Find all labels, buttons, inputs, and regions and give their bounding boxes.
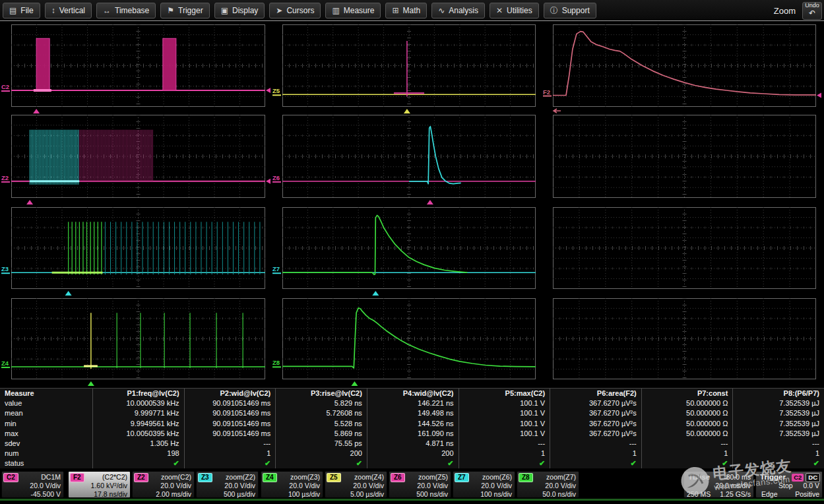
channel-tab-z7[interactable]: Z7 — [455, 473, 469, 482]
panel-z3[interactable]: Z3 — [1, 207, 265, 296]
channel-source: zoom(Z6) — [482, 473, 512, 481]
timebase-icon: ↔ — [103, 7, 111, 15]
panel-z6[interactable]: Z6 — [272, 115, 536, 205]
measure-value-cell: 1.305 Hz — [92, 439, 184, 449]
panel-z5[interactable]: Z5 — [272, 24, 536, 113]
menu-item-support[interactable]: ⓘSupport — [544, 3, 596, 18]
measure-value-cell: 5.829 ns — [275, 398, 367, 408]
measure-column-header[interactable]: P8:(P6/P7) — [732, 389, 824, 398]
zoom-position-marker[interactable] — [351, 381, 358, 386]
zoom-position-marker[interactable] — [427, 200, 433, 205]
trigger-coupling-chip[interactable]: DC — [806, 473, 820, 482]
channel-box-z5[interactable]: Z5zoom(Z4)20.0 V/div5.00 µs/div — [325, 471, 387, 498]
cursors-icon: ➤ — [276, 7, 282, 15]
panel-z7[interactable]: Z7 — [272, 207, 536, 296]
menu-bar: ▤File↕Vertical↔Timebase⚑Trigger▣Display➤… — [0, 0, 824, 21]
menu-item-analysis[interactable]: ∿Analysis — [431, 3, 485, 18]
menu-item-label: Support — [562, 6, 590, 15]
zoom-position-marker[interactable] — [26, 200, 33, 205]
channel-scale: 20.0 V/div — [160, 482, 191, 489]
measure-value-cell: 200 — [275, 449, 367, 458]
trigger-source-chip[interactable]: C2 — [792, 474, 804, 482]
trace-label-z6: Z6 — [272, 174, 280, 181]
measure-value-cell: 10.0050395 kHz — [92, 429, 184, 439]
delay-arrow-icon[interactable] — [554, 109, 561, 113]
panel-z2[interactable]: Z2 — [1, 115, 270, 205]
channel-tab-c2[interactable]: C2 — [3, 473, 18, 482]
channel-source: zoom(C2) — [161, 473, 191, 481]
menu-item-timebase[interactable]: ↔Timebase — [96, 3, 156, 18]
channel-box-f2[interactable]: F2(C2*C2)1.60 kV²/div17.8 ns/div — [68, 471, 131, 498]
channel-tab-z3[interactable]: Z3 — [198, 473, 212, 482]
panel-c2[interactable]: C2 — [1, 24, 270, 113]
channel-tab-f2[interactable]: F2 — [70, 473, 84, 482]
panel-f2[interactable]: F2 — [543, 24, 821, 113]
zoom-position-marker[interactable] — [33, 109, 40, 113]
channel-box-z6[interactable]: Z6zoom(Z5)20.0 V/div500 ns/div — [389, 471, 451, 498]
trigger-level-marker[interactable] — [817, 93, 821, 98]
measure-value-cell: 367.6270 µV²s — [550, 419, 641, 429]
trigger-box[interactable]: TriggerC2 DCStop0.0 VEdgePositive — [755, 471, 823, 498]
panel-z8[interactable]: Z8 — [272, 298, 536, 386]
measure-column-header[interactable]: P5:max(C2) — [459, 389, 550, 398]
measure-value-cell: 1 — [641, 449, 733, 458]
measure-value-cell: 50.000000 Ω — [641, 429, 733, 439]
menu-item-measure[interactable]: ▥Measure — [325, 3, 381, 18]
channel-scale: 20.0 V/div — [30, 482, 61, 489]
trigger-level-marker[interactable] — [266, 88, 270, 93]
panel-z4[interactable]: Z4 — [1, 298, 265, 386]
channel-offset: 5.00 µs/div — [350, 490, 384, 498]
panel-e3[interactable] — [553, 298, 816, 379]
menu-item-file[interactable]: ▤File — [3, 3, 40, 18]
undo-button[interactable]: Undo ↶ — [802, 2, 822, 20]
trigger-slope: Positive — [795, 490, 819, 498]
measure-value-cell: 5.72608 ns — [275, 408, 367, 418]
timebase-title: Tbase — [688, 473, 710, 481]
measure-row-label: max — [0, 429, 92, 439]
zoom-position-marker[interactable] — [88, 381, 94, 386]
menu-item-display[interactable]: ▣Display — [214, 3, 265, 18]
channel-offset: 500 ns/div — [416, 490, 448, 498]
measure-column-header[interactable]: P7:const — [641, 389, 733, 398]
menu-item-math[interactable]: ⊞Math — [385, 3, 427, 18]
panel-e2[interactable] — [553, 207, 816, 289]
measure-column-header[interactable]: P6:area(F2) — [550, 389, 641, 398]
channel-box-z7[interactable]: Z7zoom(Z6)20.0 V/div100 ns/div — [453, 471, 515, 498]
menu-item-trigger[interactable]: ⚑Trigger — [160, 3, 209, 18]
measure-column-header[interactable]: P4:wid@lv(C2) — [367, 389, 459, 398]
measure-column-header[interactable]: P2:wid@lv(C2) — [184, 389, 276, 398]
channel-box-z4[interactable]: Z4zoom(Z3)20.0 V/div100 µs/div — [261, 471, 323, 498]
measure-column-header[interactable]: P3:rise@lv(C2) — [275, 389, 367, 398]
pulse — [36, 38, 49, 90]
channel-box-z8[interactable]: Z8zoom(Z7)20.0 V/div50.0 ns/div — [517, 471, 579, 498]
channel-tab-z8[interactable]: Z8 — [519, 473, 533, 482]
timebase-box[interactable]: Tbase-80.0 ms20.0 ms/div250 MS1.25 GS/s — [683, 471, 754, 498]
menu-item-label: Display — [232, 6, 258, 15]
math-icon: ⊞ — [392, 7, 398, 15]
channel-source: zoom(Z7) — [546, 473, 576, 481]
channel-tab-z6[interactable]: Z6 — [391, 473, 405, 482]
timebase-delay: -80.0 ms — [724, 473, 751, 481]
channel-strip: C2DC1M20.0 V/div-45.500 VF2(C2*C2)1.60 k… — [0, 468, 824, 504]
channel-box-c2[interactable]: C2DC1M20.0 V/div-45.500 V — [1, 471, 64, 498]
channel-scale: 20.0 V/div — [289, 482, 320, 489]
measure-value-cell: 5.869 ns — [275, 429, 367, 439]
channel-tab-z5[interactable]: Z5 — [327, 473, 341, 482]
menu-item-utilities[interactable]: ✕Utilities — [490, 3, 539, 18]
measure-value-cell: --- — [550, 439, 641, 449]
measure-status-cell: ✔ — [367, 458, 459, 468]
menu-item-vertical[interactable]: ↕Vertical — [45, 3, 92, 18]
zoom-position-marker[interactable] — [404, 109, 410, 113]
channel-tab-z4[interactable]: Z4 — [263, 473, 277, 482]
menu-item-cursors[interactable]: ➤Cursors — [269, 3, 321, 18]
channel-box-z3[interactable]: Z3zoom(Z2)20.0 V/div500 µs/div — [196, 471, 259, 498]
channel-tab-z2[interactable]: Z2 — [134, 473, 148, 482]
trigger-level-marker[interactable] — [266, 179, 270, 184]
z6-trace — [409, 127, 461, 184]
zoom-position-marker[interactable] — [65, 291, 72, 296]
channel-box-z2[interactable]: Z2zoom(C2)20.0 V/div2.00 ms/div — [132, 471, 195, 498]
measure-column-header[interactable]: P1:freq@lv(C2) — [92, 389, 184, 398]
panel-e1[interactable] — [553, 115, 816, 198]
measure-status-cell: ✔ — [459, 458, 550, 468]
zoom-position-marker[interactable] — [372, 291, 379, 296]
